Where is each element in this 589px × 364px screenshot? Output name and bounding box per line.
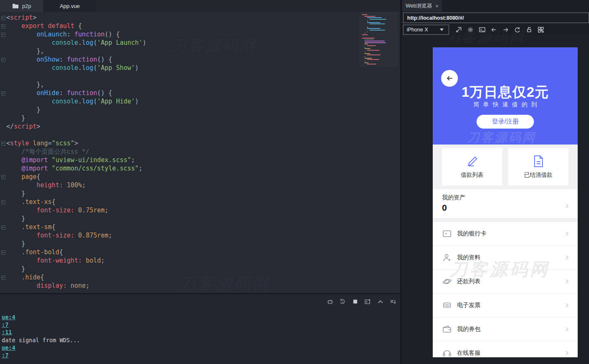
code-line: } xyxy=(0,214,146,223)
fold-marker-icon[interactable] xyxy=(0,273,6,281)
console-log-link[interactable]: :7 xyxy=(2,351,80,359)
gutter xyxy=(0,80,6,89)
back-icon[interactable] xyxy=(490,26,497,33)
document-icon xyxy=(532,155,545,168)
tab-project-p2p[interactable]: p2p xyxy=(0,0,43,12)
fold-marker-icon[interactable] xyxy=(0,139,6,147)
refresh-icon[interactable] xyxy=(514,26,521,33)
gutter xyxy=(0,39,6,47)
code-line xyxy=(0,131,146,139)
chevron-right-icon xyxy=(563,254,570,261)
fold-marker-icon[interactable] xyxy=(0,30,6,39)
console-log-link[interactable]: :11 xyxy=(2,328,80,336)
console-logs: ue:4:7:11date signal from WDS...ue:4:7 xyxy=(2,313,80,359)
code-line: } xyxy=(0,189,146,198)
code-line: } xyxy=(0,265,146,273)
code-line: console.log('App Hide') xyxy=(0,97,146,106)
fold-marker-icon[interactable] xyxy=(0,89,6,97)
menu-row-invoice[interactable]: 电子发票 xyxy=(433,294,578,318)
console-log-link[interactable]: ue:4 xyxy=(2,313,80,321)
gutter xyxy=(0,189,6,198)
fold-marker-icon[interactable] xyxy=(0,198,6,206)
browser-toolbar: iPhone X xyxy=(401,24,589,35)
headset-icon xyxy=(442,348,452,357)
gutter xyxy=(0,114,6,122)
asset-label: 我的资产 xyxy=(442,194,568,201)
code-line: }, xyxy=(0,80,146,89)
tab-file-appvue[interactable]: App.vue xyxy=(43,0,96,12)
chevron-right-icon xyxy=(563,278,570,285)
wallet-icon xyxy=(442,324,452,334)
menu-row-headset[interactable]: 在线客服 xyxy=(433,341,578,357)
hero-subtitle: 简单快速借的到 xyxy=(433,101,578,108)
menu-row-label: 我的券包 xyxy=(457,325,563,333)
chevron-right-icon xyxy=(563,302,570,309)
clear-icon[interactable] xyxy=(389,298,396,305)
user-icon xyxy=(442,253,452,263)
fold-marker-icon[interactable] xyxy=(0,22,6,30)
code-line: } xyxy=(0,106,146,114)
code-line: console.log('App Launch') xyxy=(0,39,146,47)
hero-title: 1万日息仅2元 xyxy=(433,83,578,102)
chevron-down-icon xyxy=(438,26,445,33)
fold-marker-icon[interactable] xyxy=(0,55,6,64)
device-select[interactable]: iPhone X xyxy=(403,25,449,35)
code-line: @import "common/css/style.scss"; xyxy=(0,164,146,173)
editor-tab-bar: p2p App.vue xyxy=(0,0,400,12)
debug-icon[interactable] xyxy=(326,298,333,305)
watermark-code-top: 刀客源码网 xyxy=(171,35,257,56)
ide-panel: p2p App.vue <script> export default { on… xyxy=(0,0,400,364)
forward-icon[interactable] xyxy=(502,26,509,33)
menu-row-wallet[interactable]: 我的券包 xyxy=(433,318,578,341)
lock-icon[interactable] xyxy=(525,26,532,33)
watermark-code-mid: 刀客源码网 xyxy=(178,272,271,293)
bank-card-icon xyxy=(442,229,452,239)
code-line: <script> xyxy=(0,13,146,22)
menu-row-label: 我的资料 xyxy=(457,254,563,261)
login-register-button[interactable]: 登录/注册 xyxy=(477,115,534,129)
code-editor[interactable]: <script> export default { onLaunch: func… xyxy=(0,12,400,293)
fold-marker-icon[interactable] xyxy=(0,13,6,22)
gutter xyxy=(0,106,6,114)
gutter xyxy=(0,47,6,55)
chevron-right-icon xyxy=(563,203,570,209)
arrow-left-icon xyxy=(446,75,453,82)
code-line: onShow: function() { xyxy=(0,55,146,64)
open-external-icon[interactable] xyxy=(455,26,462,33)
code-line: export default { xyxy=(0,22,146,30)
fold-marker-icon[interactable] xyxy=(0,223,6,231)
tab-web-browser[interactable]: Web浏览器 × xyxy=(402,0,442,12)
console-log-link[interactable]: :7 xyxy=(2,321,80,328)
code-lines: <script> export default { onLaunch: func… xyxy=(0,13,146,290)
gutter xyxy=(0,181,6,189)
quick-card-label: 借款列表 xyxy=(461,171,483,179)
close-icon[interactable]: × xyxy=(435,3,439,9)
stop-icon[interactable] xyxy=(351,298,359,305)
new-terminal-icon[interactable] xyxy=(364,298,371,305)
minimap[interactable] xyxy=(359,12,398,67)
asset-section[interactable]: 我的资产 0 xyxy=(433,189,578,218)
fold-marker-icon[interactable] xyxy=(0,173,6,181)
gutter xyxy=(0,231,6,240)
code-line: .font-bold{ xyxy=(0,248,146,256)
quick-card-label: 已结清借款 xyxy=(524,171,553,179)
url-input[interactable]: http://localhost:8080/#/ xyxy=(403,13,589,23)
asset-value: 0 xyxy=(442,203,568,213)
console-log-link[interactable]: ue:4 xyxy=(2,344,80,351)
quick-card-document[interactable]: 已结清借款 xyxy=(508,148,568,186)
urlbar-row: http://localhost:8080/#/ xyxy=(401,12,589,24)
quick-card-edit-pencil[interactable]: 借款列表 xyxy=(442,148,502,186)
console-icon[interactable] xyxy=(478,26,486,33)
console-log-text: date signal from WDS... xyxy=(2,336,80,344)
collapse-icon[interactable] xyxy=(377,298,384,305)
browser-tab-bar: Web浏览器 × xyxy=(401,0,589,12)
menu-row-planet[interactable]: 还款列表 xyxy=(433,270,578,294)
chevron-right-icon xyxy=(563,350,570,356)
fold-marker-icon[interactable] xyxy=(0,248,6,256)
rerun-icon[interactable] xyxy=(339,298,346,305)
gutter xyxy=(0,240,6,248)
menu-row-bank-card[interactable]: 我的银行卡 xyxy=(433,222,578,246)
menu-row-user[interactable]: 我的资料 xyxy=(433,246,578,270)
qrcode-icon[interactable] xyxy=(537,26,544,33)
settings-icon[interactable] xyxy=(467,26,474,33)
